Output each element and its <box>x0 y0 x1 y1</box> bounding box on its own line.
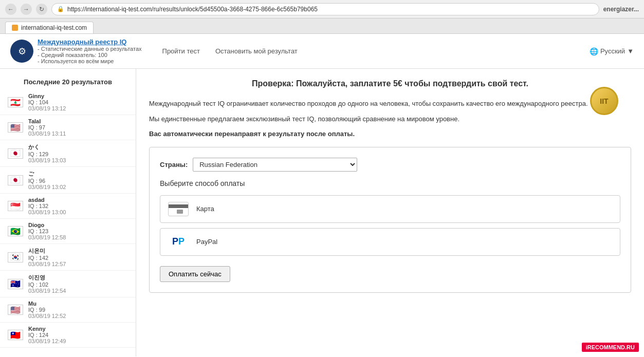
result-name: 이진영 <box>28 274 66 281</box>
result-info: Talal IQ : 97 03/08/19 13:11 <box>28 118 66 137</box>
list-item: 🇺🇸 Talal IQ : 97 03/08/19 13:11 <box>0 115 136 140</box>
result-date: 03/08/19 12:52 <box>28 313 66 319</box>
pay-now-button[interactable]: Оплатить сейчас <box>160 266 230 282</box>
main-layout: Последние 20 результатов 🇱🇧 Ginny IQ : 1… <box>0 69 644 356</box>
list-item: 🇧🇷 Diogo IQ : 123 03/08/19 12:58 <box>0 219 136 244</box>
result-name: かく <box>28 143 66 151</box>
result-date: 03/08/19 13:03 <box>28 157 66 163</box>
country-row: Страны: Russian Federation <box>160 158 620 172</box>
result-name: Mu <box>28 300 66 307</box>
card-stripe <box>169 204 188 208</box>
logo-icon: ⚙ <box>10 40 33 63</box>
logo-sub2: - Средний показатель: 100 <box>38 52 142 58</box>
result-iq: IQ : 96 <box>28 178 66 184</box>
result-info: 시온미 IQ : 142 03/08/19 12:57 <box>28 247 66 267</box>
logo-sub1: - Статистические данные о результатах <box>38 46 142 52</box>
result-iq: IQ : 142 <box>28 255 66 261</box>
payment-box: Страны: Russian Federation Выберите спос… <box>149 147 631 293</box>
card-label: Карта <box>196 205 214 213</box>
flag-icon: 🇧🇷 <box>8 226 23 236</box>
content-top: Проверка: Пожалуйста, заплатите 5€ чтобы… <box>149 79 631 88</box>
chevron-down-icon: ▼ <box>627 47 634 55</box>
globe-icon: 🌐 <box>590 47 598 55</box>
card-chip <box>177 210 183 214</box>
result-date: 03/08/19 13:12 <box>28 105 66 111</box>
flag-icon: 🇸🇬 <box>8 201 23 211</box>
result-name: 시온미 <box>28 247 66 255</box>
flag-icon: 🇦🇺 <box>8 279 23 289</box>
result-info: Diogo IQ : 123 03/08/19 12:58 <box>28 222 66 240</box>
result-iq: IQ : 129 <box>28 151 66 157</box>
logo-link[interactable]: Международный реестр IQ <box>38 38 126 46</box>
payment-option-paypal[interactable]: PP PayPal <box>160 228 620 256</box>
result-iq: IQ : 102 <box>28 281 66 288</box>
result-info: ご IQ : 96 03/08/19 13:02 <box>28 170 66 190</box>
list-item: 🇱🇧 Ginny IQ : 104 03/08/19 13:12 <box>0 90 136 115</box>
sidebar: Последние 20 результатов 🇱🇧 Ginny IQ : 1… <box>0 69 136 356</box>
browser-tab[interactable]: international-iq-test.com <box>5 22 94 33</box>
back-button[interactable]: ← <box>5 4 16 15</box>
result-date: 03/08/19 12:57 <box>28 261 66 267</box>
site-logo: ⚙ Международный реестр IQ - Статистическ… <box>10 38 142 64</box>
result-iq: IQ : 124 <box>28 332 66 338</box>
country-label: Страны: <box>160 161 188 168</box>
address-bar[interactable]: 🔒 https://international-iq-test.com/ru/r… <box>51 3 599 15</box>
list-item: 🇺🇸 Mu IQ : 99 03/08/19 12:52 <box>0 297 136 323</box>
card-icon <box>168 202 189 216</box>
page-title: Проверка: Пожалуйста, заплатите 5€ чтобы… <box>149 79 631 88</box>
url-text: https://international-iq-test.com/ru/res… <box>67 6 318 13</box>
sidebar-title: Последние 20 результатов <box>0 74 136 90</box>
result-date: 03/08/19 12:49 <box>28 338 66 344</box>
result-info: Mu IQ : 99 03/08/19 12:52 <box>28 300 66 319</box>
flag-icon: 🇺🇸 <box>8 305 23 315</box>
result-info: Ginny IQ : 104 03/08/19 13:12 <box>28 93 66 111</box>
result-info: 이진영 IQ : 102 03/08/19 12:54 <box>28 274 66 294</box>
flag-icon: 🇰🇷 <box>8 252 23 262</box>
lock-icon: 🔒 <box>57 6 64 12</box>
intro-text-1: Международный тест IQ ограничивает колич… <box>149 99 631 109</box>
result-date: 03/08/19 12:58 <box>28 234 66 240</box>
paypal-label: PayPal <box>196 238 217 246</box>
flag-icon: 🇹🇼 <box>8 330 23 340</box>
nav-save-result[interactable]: Остановить мой результат <box>215 47 298 55</box>
result-iq: IQ : 104 <box>28 99 66 105</box>
result-name: Ginny <box>28 93 66 99</box>
iit-circle: IIT <box>590 87 618 115</box>
site-header: ⚙ Международный реестр IQ - Статистическ… <box>0 34 644 69</box>
paypal-icon: PP <box>168 235 189 249</box>
result-info: かく IQ : 129 03/08/19 13:03 <box>28 143 66 163</box>
tab-bar: international-iq-test.com <box>0 18 644 34</box>
language-selector[interactable]: 🌐 Русский ▼ <box>590 47 634 55</box>
content-area: Проверка: Пожалуйста, заплатите 5€ чтобы… <box>136 69 644 356</box>
payment-option-card[interactable]: Карта <box>160 195 620 223</box>
payment-subtitle: Выберите способ оплаты <box>160 179 620 187</box>
result-date: 03/08/19 13:02 <box>28 184 66 190</box>
result-date: 03/08/19 13:00 <box>28 209 66 215</box>
logo-text: Международный реестр IQ - Статистические… <box>38 38 142 64</box>
result-info: Kenny IQ : 124 03/08/19 12:49 <box>28 326 66 344</box>
result-name: Kenny <box>28 326 66 332</box>
result-name: ご <box>28 170 66 178</box>
flag-icon: 🇯🇵 <box>8 175 23 185</box>
result-date: 03/08/19 13:11 <box>28 130 66 137</box>
result-name: Diogo <box>28 222 66 228</box>
flag-icon: 🇯🇵 <box>8 148 23 159</box>
forward-button[interactable]: → <box>21 4 32 15</box>
result-date: 03/08/19 12:54 <box>28 288 66 294</box>
refresh-button[interactable]: ↻ <box>36 4 47 15</box>
browser-user: energiazer... <box>603 6 639 13</box>
result-iq: IQ : 132 <box>28 203 66 209</box>
country-select[interactable]: Russian Federation <box>193 158 357 172</box>
intro-text-2: Мы единственные предлагаем эксклюзивный … <box>149 114 631 124</box>
flag-icon: 🇺🇸 <box>8 122 23 133</box>
nav-take-test[interactable]: Пройти тест <box>162 47 200 55</box>
browser-chrome: ← → ↻ 🔒 https://international-iq-test.co… <box>0 0 644 18</box>
list-item: 🇯🇵 ご IQ : 96 03/08/19 13:02 <box>0 167 136 194</box>
paypal-p1: P <box>172 236 178 247</box>
result-iq: IQ : 123 <box>28 228 66 234</box>
list-item: 🇰🇷 시온미 IQ : 142 03/08/19 12:57 <box>0 244 136 271</box>
list-item: 🇯🇵 かく IQ : 129 03/08/19 13:03 <box>0 140 136 167</box>
watermark: iRECOMMEND.RU <box>582 343 639 352</box>
result-info: asdad IQ : 132 03/08/19 13:00 <box>28 197 66 215</box>
tab-label: international-iq-test.com <box>21 24 87 31</box>
